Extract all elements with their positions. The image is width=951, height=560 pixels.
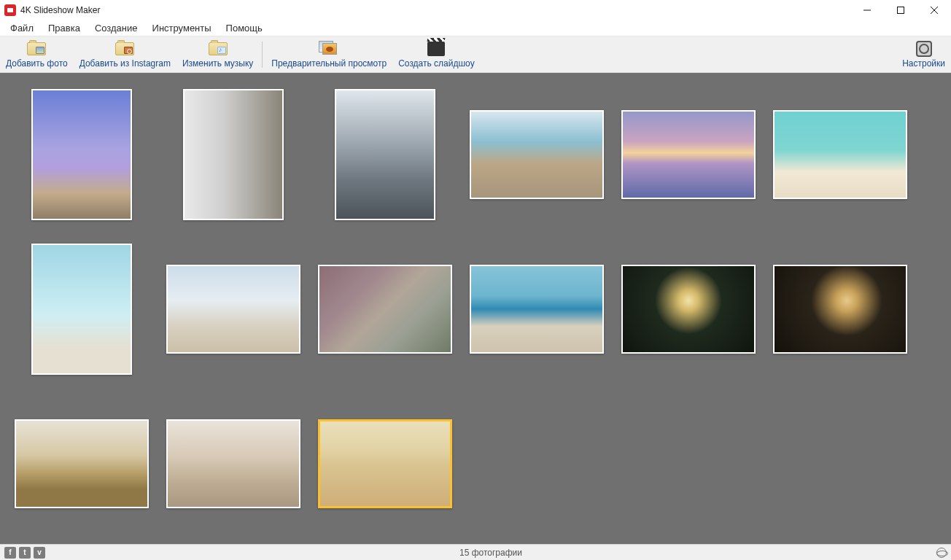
photo-cell [618,82,758,228]
add-instagram-label: Добавить из Instagram [79,58,171,69]
toolbar: Добавить фото Добавить из Instagram Изме… [0,36,951,73]
minimize-button[interactable] [850,0,884,20]
globe-icon[interactable] [936,548,947,558]
toolbar-separator [262,42,263,68]
clapperboard-icon [426,41,446,57]
photo-cell [163,391,303,537]
settings-button[interactable]: Настройки [896,36,951,73]
titlebar: 4K Slideshow Maker [0,0,951,20]
photo-thumb-kneel-beach[interactable] [31,244,132,375]
photo-grid [12,82,939,537]
gear-icon [914,41,934,57]
menu-edit[interactable]: Правка [41,20,88,36]
photo-thumb-lifeguard[interactable] [166,265,300,354]
photo-cell [315,82,455,228]
photo-thumb-hat-beach[interactable] [470,265,604,354]
photo-cell [163,236,303,382]
photo-thumb-teal-beach[interactable] [773,110,907,199]
photo-cell [467,236,607,382]
change-music-label: Изменить музыку [182,58,253,69]
menu-tools[interactable]: Инструменты [145,20,219,36]
photo-cell [467,82,607,228]
preview-label: Предварительный просмотр [271,58,387,69]
close-button[interactable] [917,0,951,20]
photo-thumb-wedding-couple[interactable] [166,419,300,508]
vimeo-icon[interactable]: v [34,547,45,559]
photo-thumb-city-skyline[interactable] [335,89,435,220]
svg-rect-1 [898,7,904,14]
photo-thumb-beach-walk[interactable] [470,110,604,199]
photo-thumb-eiffel-tower[interactable] [31,89,132,220]
add-photo-label: Добавить фото [6,58,68,69]
facebook-icon[interactable]: f [4,547,16,559]
change-music-button[interactable]: Изменить музыку [176,36,259,73]
photo-thumb-family-kiss[interactable] [318,265,452,354]
menubar: Файл Правка Создание Инструменты Помощь [0,20,951,36]
statusbar: f t v 15 фотографии [0,544,951,560]
social-links: f t v [4,547,45,559]
photo-cell [163,82,303,228]
add-instagram-button[interactable]: Добавить из Instagram [74,36,176,73]
folder-music-icon [208,41,228,57]
photo-cell [12,82,152,228]
preview-button[interactable]: Предварительный просмотр [265,36,392,73]
photo-cell [315,236,455,382]
folder-photo-icon [26,41,47,57]
create-slideshow-button[interactable]: Создать слайдшоу [392,36,480,73]
photo-cell [315,391,455,537]
settings-label: Настройки [902,58,945,69]
app-icon [4,4,16,16]
photo-thumb-christmas-tree-1[interactable] [621,265,756,354]
window-controls [850,0,951,20]
window-title: 4K Slideshow Maker [20,5,100,15]
photo-cell [770,236,910,382]
menu-create[interactable]: Создание [88,20,145,36]
photo-thumb-christmas-tree-2[interactable] [773,265,907,354]
photo-thumb-baby[interactable] [318,419,452,508]
photo-cell [618,236,758,382]
folder-instagram-icon [114,41,135,57]
maximize-button[interactable] [884,0,917,20]
status-count: 15 фотографии [45,548,936,558]
menu-file[interactable]: Файл [3,20,41,36]
photo-thumb-sunset-heart[interactable] [621,110,756,199]
photo-cell [770,82,910,228]
add-photo-button[interactable]: Добавить фото [0,36,74,73]
photo-thumb-wedding-rings[interactable] [15,419,149,508]
photo-cell [12,236,152,382]
photo-thumb-woman-window[interactable] [183,89,284,220]
menu-help[interactable]: Помощь [219,20,270,36]
workspace [0,73,951,544]
twitter-icon[interactable]: t [19,547,31,559]
photo-cell [12,391,152,537]
preview-icon [319,41,339,57]
create-slideshow-label: Создать слайдшоу [398,58,474,69]
